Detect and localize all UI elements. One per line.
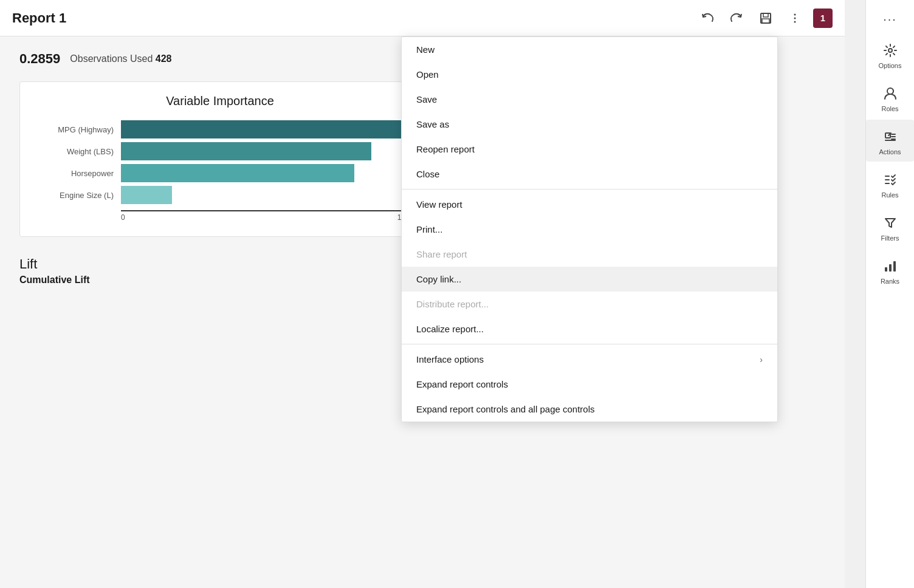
- sidebar-item-rules[interactable]: Rules: [866, 163, 914, 205]
- bar-label: MPG (Highway): [35, 125, 114, 134]
- save-button[interactable]: [755, 7, 777, 29]
- undo-button[interactable]: [696, 7, 718, 29]
- menu-item-label: Expand report controls: [416, 379, 508, 389]
- bar-row: Weight (LBS): [35, 142, 405, 160]
- svg-point-3: [794, 13, 796, 15]
- menu-item-new[interactable]: New: [402, 37, 777, 62]
- sidebar-item-ranks[interactable]: Ranks: [866, 249, 914, 291]
- menu-item-label: Distribute report...: [416, 299, 489, 309]
- menu-item-label: Reopen report: [416, 144, 475, 154]
- menu-item-copy-link---[interactable]: Copy link...: [402, 267, 777, 292]
- chart-axis-line: [121, 210, 405, 211]
- svg-rect-9: [885, 267, 887, 272]
- menu-item-label: Interface options: [416, 354, 484, 364]
- bar-row: Horsepower: [35, 164, 405, 182]
- actions-icon: [882, 128, 899, 145]
- bar-label: Engine Size (L): [35, 191, 114, 200]
- chart-title: Variable Importance: [35, 94, 405, 108]
- menu-item-share-report: Share report: [402, 242, 777, 267]
- svg-point-4: [794, 17, 796, 19]
- menu-divider: [402, 344, 777, 344]
- rules-icon: [882, 171, 899, 188]
- bar-row: MPG (Highway): [35, 120, 405, 138]
- variable-importance-chart: Variable Importance MPG (Highway)Weight …: [19, 81, 421, 237]
- sidebar-roles-label: Roles: [881, 105, 898, 112]
- menu-item-label: Copy link...: [416, 274, 461, 284]
- stat-value: 0.2859: [19, 51, 60, 67]
- menu-item-save-as[interactable]: Save as: [402, 112, 777, 137]
- user-badge: 1: [813, 9, 833, 28]
- more-button[interactable]: [784, 7, 806, 29]
- menu-divider: [402, 189, 777, 190]
- sidebar-options-label: Options: [879, 62, 902, 69]
- menu-item-save[interactable]: Save: [402, 87, 777, 112]
- sidebar-filters-label: Filters: [881, 234, 899, 242]
- sidebar-ranks-label: Ranks: [881, 278, 899, 285]
- bar-label: Weight (LBS): [35, 147, 114, 156]
- sidebar-more-button[interactable]: ···: [866, 6, 914, 32]
- report-header: Report 1: [0, 0, 845, 36]
- menu-item-label: Close: [416, 169, 439, 179]
- menu-item-label: Localize report...: [416, 324, 484, 334]
- redo-button[interactable]: [726, 7, 747, 29]
- bar-label: Horsepower: [35, 169, 114, 178]
- menu-item-distribute-report---: Distribute report...: [402, 292, 777, 316]
- bar-container: [121, 120, 405, 138]
- menu-item-label: Save: [416, 94, 437, 104]
- menu-item-label: Save as: [416, 119, 449, 129]
- report-title: Report 1: [12, 10, 66, 26]
- bar: [121, 186, 172, 204]
- bar-chart: MPG (Highway)Weight (LBS)HorsepowerEngin…: [35, 120, 405, 222]
- menu-item-label: View report: [416, 199, 462, 210]
- menu-item-interface-options[interactable]: Interface options›: [402, 347, 777, 372]
- menu-item-label: Print...: [416, 224, 442, 234]
- menu-item-label: Open: [416, 69, 439, 80]
- menu-item-expand-report-controls[interactable]: Expand report controls: [402, 372, 777, 397]
- menu-item-close[interactable]: Close: [402, 162, 777, 186]
- svg-rect-10: [889, 264, 892, 272]
- ranks-icon: [882, 258, 899, 275]
- filters-icon: [882, 214, 899, 231]
- roles-icon: [882, 85, 899, 102]
- bar-container: [121, 142, 405, 160]
- svg-point-6: [888, 49, 892, 52]
- header-actions: 1: [696, 7, 833, 29]
- menu-item-localize-report---[interactable]: Localize report...: [402, 316, 777, 341]
- right-sidebar: ··· Options Roles: [865, 0, 914, 588]
- bar: [121, 142, 371, 160]
- bar: [121, 164, 354, 182]
- menu-item-label: New: [416, 44, 435, 55]
- dropdown-menu: NewOpenSaveSave asReopen reportCloseView…: [401, 36, 778, 422]
- options-icon: [882, 42, 899, 59]
- bar-row: Engine Size (L): [35, 186, 405, 204]
- menu-item-view-report[interactable]: View report: [402, 192, 777, 217]
- svg-rect-11: [893, 261, 896, 272]
- menu-item-expand-report-controls-and-all-page-controls[interactable]: Expand report controls and all page cont…: [402, 397, 777, 422]
- menu-item-label: Expand report controls and all page cont…: [416, 404, 595, 414]
- svg-rect-2: [762, 19, 769, 23]
- sidebar-item-roles[interactable]: Roles: [866, 77, 914, 118]
- sidebar-item-options[interactable]: Options: [866, 33, 914, 75]
- menu-item-open[interactable]: Open: [402, 62, 777, 87]
- submenu-arrow-icon: ›: [760, 355, 763, 364]
- bar: [121, 120, 405, 138]
- menu-item-print---[interactable]: Print...: [402, 217, 777, 242]
- menu-item-reopen-report[interactable]: Reopen report: [402, 137, 777, 162]
- sidebar-item-filters[interactable]: Filters: [866, 206, 914, 248]
- sidebar-actions-label: Actions: [879, 148, 901, 156]
- svg-point-5: [794, 21, 796, 22]
- stat-label: Observations Used 428: [70, 53, 171, 64]
- sidebar-item-actions[interactable]: Actions: [866, 120, 914, 162]
- sidebar-rules-label: Rules: [881, 191, 898, 199]
- bar-container: [121, 164, 405, 182]
- menu-item-label: Share report: [416, 249, 467, 259]
- chart-axis-labels: 010: [121, 211, 405, 222]
- bar-container: [121, 186, 405, 204]
